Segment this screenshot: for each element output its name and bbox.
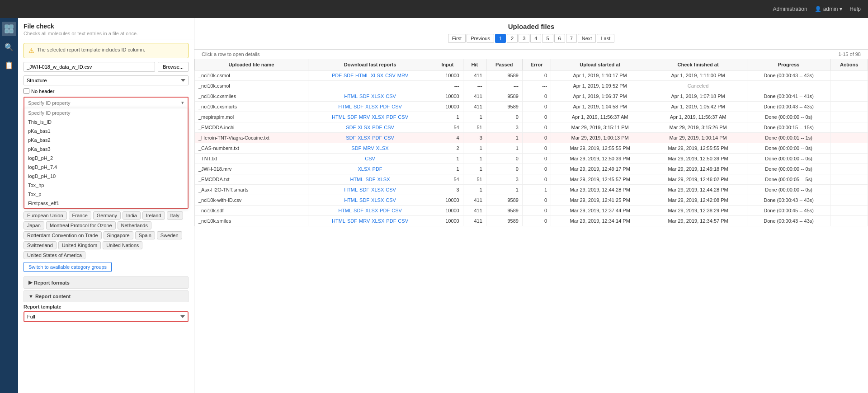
table-row[interactable]: _mepirapim.molHTMLSDFMRVXLSXPDFCSV1100Ap… [195, 112, 868, 122]
dropdown-option-3[interactable]: pKa_bas2 [24, 136, 188, 145]
tag-japan[interactable]: Japan [24, 221, 44, 229]
first-page-button[interactable]: First [448, 34, 466, 43]
link-pdf[interactable]: PDF [373, 166, 382, 172]
link-pdf[interactable]: PDF [386, 114, 396, 120]
link-sdf[interactable]: SDF [354, 104, 363, 109]
logo-icon[interactable] [2, 22, 16, 36]
table-row[interactable]: _nci10k.csmolPDFSDFHTMLXLSXCSVMRV1000041… [195, 70, 868, 81]
link-csv[interactable]: CSV [386, 187, 396, 192]
link-html[interactable]: HTML [344, 197, 358, 203]
dropdown-option-4[interactable]: pKa_bas3 [24, 145, 188, 154]
report-content-section[interactable]: ▼ Report content [24, 290, 189, 302]
help-link[interactable]: Help [849, 6, 861, 12]
link-xlsx[interactable]: XLSX [358, 166, 370, 172]
last-page-button[interactable]: Last [597, 34, 614, 43]
link-html[interactable]: HTML [344, 94, 358, 99]
link-csv[interactable]: CSV [384, 125, 394, 130]
page-1-button[interactable]: 1 [495, 34, 506, 43]
link-html[interactable]: HTML [355, 73, 369, 78]
link-sdf[interactable]: SDF [347, 218, 357, 224]
dropdown-option-7[interactable]: logD_pH_10 [24, 172, 188, 181]
table-row[interactable]: _nci10k-with-ID.csvHTMLSDFXLSXCSV1000041… [195, 195, 868, 206]
link-sdf[interactable]: SDF [346, 135, 356, 140]
link-sdf[interactable]: SDF [344, 73, 354, 78]
dropdown-option-1[interactable]: This_is_ID [24, 117, 188, 126]
link-csv[interactable]: CSV [384, 135, 394, 140]
table-row[interactable]: _nci10k.csmol------------Apr 1, 2019, 1:… [195, 81, 868, 91]
link-html[interactable]: HTML [350, 177, 363, 182]
link-csv[interactable]: CSV [365, 156, 375, 161]
link-pdf[interactable]: PDF [380, 104, 390, 109]
link-csv[interactable]: CSV [392, 104, 402, 109]
tag-montreal[interactable]: Montreal Protocol for Ozone [46, 221, 116, 229]
link-csv[interactable]: CSV [386, 94, 396, 99]
link-xlsx[interactable]: XLSX [358, 135, 370, 140]
tag-switzerland[interactable]: Switzerland [24, 241, 57, 249]
tag-ireland[interactable]: Ireland [142, 211, 165, 220]
table-row[interactable]: _nci10k.cxsmilesHTMLSDFXLSXCSV1000041195… [195, 91, 868, 102]
dropdown-option-2[interactable]: pKa_bas1 [24, 126, 188, 136]
link-pdf[interactable]: PDF [386, 218, 396, 224]
table-row[interactable]: _TNT.txtCSV1100Mar 29, 2019, 12:50:39 PM… [195, 154, 868, 164]
link-csv[interactable]: CSV [386, 197, 396, 203]
link-xlsx[interactable]: XLSX [376, 145, 389, 151]
link-sdf[interactable]: SDF [359, 197, 369, 203]
link-xlsx[interactable]: XLSX [372, 114, 384, 120]
tag-italy[interactable]: Italy [167, 211, 183, 220]
report-template-select[interactable]: Full [24, 312, 188, 321]
link-xlsx[interactable]: XLSX [372, 218, 384, 224]
link-sdf[interactable]: SDF [351, 145, 361, 151]
link-sdf[interactable]: SDF [347, 114, 357, 120]
link-html[interactable]: HTML [332, 218, 345, 224]
table-row[interactable]: _Heroin-TNT-Viagra-Cocaine.txtSDFXLSXPDF… [195, 133, 868, 143]
structure-select[interactable]: Structure [24, 75, 189, 85]
table-row[interactable]: _nci10k.sdfHTMLSDFXLSXPDFCSV100004119589… [195, 206, 868, 216]
link-pdf[interactable]: PDF [380, 208, 390, 213]
page-2-button[interactable]: 2 [507, 34, 518, 43]
link-xlsx[interactable]: XLSX [371, 94, 384, 99]
tag-germany[interactable]: Germany [93, 211, 121, 220]
tag-uk[interactable]: United Kingdom [58, 241, 101, 249]
link-xlsx[interactable]: XLSX [365, 104, 378, 109]
tag-singapore[interactable]: Singapore [104, 231, 133, 239]
dropdown-header[interactable]: Specify ID property ▾ [24, 98, 188, 108]
file-check-icon[interactable]: 📋 [2, 58, 16, 72]
dropdown-option-8[interactable]: Tox_hp [24, 181, 188, 190]
link-xlsx[interactable]: XLSX [365, 208, 378, 213]
link-pdf[interactable]: PDF [372, 125, 382, 130]
link-csv[interactable]: CSV [398, 218, 408, 224]
table-row[interactable]: _nci10k.smilesHTMLSDFMRVXLSXPDFCSV100004… [195, 216, 868, 226]
prev-page-button[interactable]: Previous [467, 34, 494, 43]
link-html[interactable]: HTML [338, 104, 352, 109]
link-mrv[interactable]: MRV [359, 114, 370, 120]
link-csv[interactable]: CSV [385, 73, 396, 78]
link-xlsx[interactable]: XLSX [358, 125, 370, 130]
next-page-button[interactable]: Next [578, 34, 596, 43]
dropdown-option-5[interactable]: logD_pH_2 [24, 154, 188, 163]
link-sdf[interactable]: SDF [354, 208, 363, 213]
dropdown-option-10[interactable]: Firstpass_eff1 [24, 199, 188, 208]
table-row[interactable]: _JWH-018.mrvXLSXPDF1100Mar 29, 2019, 12:… [195, 164, 868, 174]
table-row[interactable]: _EMCDDA.inchiSDFXLSXPDFCSV545130Mar 29, … [195, 122, 868, 133]
tag-france[interactable]: France [69, 211, 91, 220]
admin-user[interactable]: 👤 admin ▾ [815, 6, 843, 12]
dropdown-option-0[interactable]: Specify ID property [24, 108, 188, 117]
tag-spain[interactable]: Spain [135, 231, 155, 239]
report-formats-section[interactable]: ▶ Report formats [24, 276, 189, 289]
table-row[interactable]: _Asx-H2O-TNT.smartsHTMLSDFXLSXCSV3111Mar… [195, 185, 868, 195]
link-sdf[interactable]: SDF [359, 187, 369, 192]
switch-category-button[interactable]: Switch to available category groups [24, 262, 112, 272]
page-6-button[interactable]: 6 [554, 34, 565, 43]
link-sdf[interactable]: SDF [346, 125, 356, 130]
link-mrv[interactable]: MRV [363, 145, 374, 151]
specify-id-dropdown[interactable]: Specify ID property ▾ Specify ID propert… [24, 97, 189, 209]
filename-input[interactable] [24, 62, 155, 72]
link-xlsx[interactable]: XLSX [371, 197, 384, 203]
link-html[interactable]: HTML [332, 114, 345, 120]
link-pdf[interactable]: PDF [332, 73, 342, 78]
link-sdf[interactable]: SDF [365, 177, 375, 182]
link-csv[interactable]: CSV [392, 208, 402, 213]
link-mrv[interactable]: MRV [359, 218, 370, 224]
link-pdf[interactable]: PDF [372, 135, 382, 140]
dropdown-option-9[interactable]: Tox_p [24, 190, 188, 199]
